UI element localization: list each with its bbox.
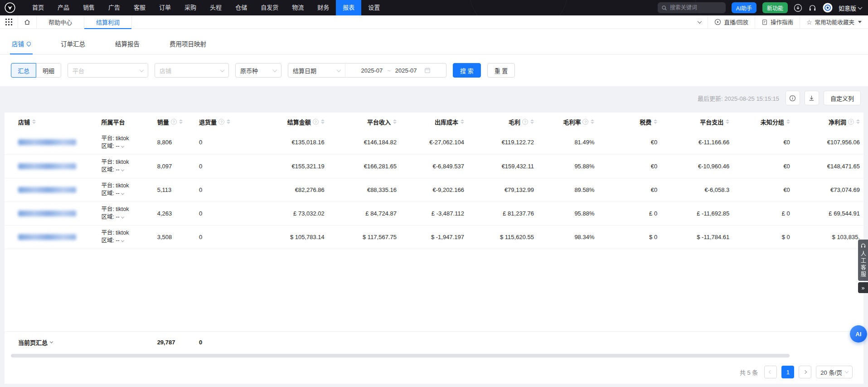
page-size-select[interactable]: 20 条/页: [816, 366, 853, 378]
subtab-3[interactable]: 费用项目映射: [170, 39, 206, 54]
region-line[interactable]: 区域: --: [101, 166, 150, 174]
nav-item-3[interactable]: 广告: [102, 0, 127, 15]
store-name-blurred[interactable]: [18, 163, 76, 169]
column-header-6[interactable]: 出库成本: [400, 113, 468, 131]
currency-select[interactable]: 原币种: [235, 63, 281, 78]
date-range-input[interactable]: 2025-07 ~ 2025-07: [345, 64, 446, 77]
cell-value: €119,122.72: [502, 139, 534, 146]
column-header-11[interactable]: 未知分组: [733, 113, 794, 131]
export-download-button[interactable]: [805, 91, 819, 105]
nav-item-2[interactable]: 销售: [76, 0, 102, 15]
help-icon[interactable]: ?: [522, 119, 528, 125]
nav-item-1[interactable]: 产品: [51, 0, 76, 15]
tabs-collapse-button[interactable]: [692, 15, 708, 29]
sort-icon[interactable]: [461, 119, 464, 124]
version-switcher[interactable]: 如意版: [839, 4, 862, 12]
detail-toggle-button[interactable]: 明细: [36, 63, 61, 78]
customer-service-button[interactable]: 人工客服: [858, 240, 868, 281]
column-header-10[interactable]: 平台支出: [661, 113, 733, 131]
region-line[interactable]: 区域: --: [101, 190, 150, 197]
nav-item-12[interactable]: 报表: [336, 0, 361, 15]
sort-icon[interactable]: [654, 119, 657, 124]
region-line[interactable]: 区域: --: [101, 237, 150, 245]
live-replay-link[interactable]: 直播/回放: [708, 15, 754, 29]
region-line[interactable]: 区域: --: [101, 142, 150, 150]
ai-assistant-button[interactable]: AI助手: [732, 2, 756, 13]
nav-item-9[interactable]: 自发货: [254, 0, 285, 15]
nav-item-11[interactable]: 财务: [310, 0, 336, 15]
help-icon[interactable]: ?: [218, 119, 224, 125]
column-header-4[interactable]: 结算金额?: [249, 113, 328, 131]
tab-help-center[interactable]: 帮助中心: [37, 15, 84, 29]
global-search[interactable]: [658, 2, 726, 13]
reset-button[interactable]: 重 置: [487, 63, 515, 78]
store-name-blurred[interactable]: [18, 139, 76, 145]
service-collapse-button[interactable]: »: [858, 282, 868, 293]
shop-select[interactable]: 店铺: [155, 63, 229, 78]
sort-icon[interactable]: [227, 119, 230, 124]
user-avatar[interactable]: [823, 3, 833, 13]
nav-item-6[interactable]: 采购: [178, 0, 203, 15]
nav-item-7[interactable]: 头程: [203, 0, 228, 15]
ai-fab-button[interactable]: AI: [850, 325, 867, 343]
subtab-2[interactable]: 结算报告: [115, 39, 140, 54]
sort-icon[interactable]: [530, 119, 534, 124]
pin-icon[interactable]: [26, 41, 32, 47]
tab-settlement-profit[interactable]: 结算利润: [84, 15, 132, 29]
nav-item-0[interactable]: 首页: [25, 0, 51, 15]
column-header-9[interactable]: 税费: [598, 113, 661, 131]
column-header-8[interactable]: 毛利率?: [538, 113, 598, 131]
store-name-blurred[interactable]: [18, 211, 76, 216]
subtab-0[interactable]: 店铺: [12, 39, 31, 54]
sort-icon[interactable]: [32, 119, 36, 124]
store-name-blurred[interactable]: [18, 234, 76, 240]
search-button[interactable]: 搜 索: [453, 63, 481, 78]
summary-toggle-button[interactable]: 汇总: [11, 63, 36, 78]
horizontal-scrollbar-thumb[interactable]: [11, 354, 790, 358]
subtab-1[interactable]: 订单汇总: [61, 39, 85, 54]
summary-toggle[interactable]: 当前页汇总: [18, 338, 53, 347]
prev-page-button[interactable]: [764, 366, 777, 378]
help-icon[interactable]: ?: [582, 119, 588, 125]
platform-select[interactable]: 平台: [68, 63, 148, 78]
nav-item-5[interactable]: 订单: [152, 0, 178, 15]
region-line[interactable]: 区域: --: [101, 213, 150, 221]
sort-icon[interactable]: [321, 119, 325, 124]
customize-columns-button[interactable]: 自定义列: [824, 91, 861, 105]
apps-grid-icon[interactable]: [0, 15, 18, 29]
date-type-select[interactable]: 结算日期: [288, 64, 345, 77]
sort-icon[interactable]: [726, 119, 729, 124]
current-page-button[interactable]: 1: [781, 366, 794, 378]
sort-icon[interactable]: [856, 119, 860, 124]
cell: €-6,058.3: [661, 178, 733, 201]
nav-item-4[interactable]: 客服: [127, 0, 152, 15]
search-input[interactable]: [670, 5, 720, 11]
help-icon[interactable]: ?: [313, 119, 319, 125]
nav-item-10[interactable]: 物流: [285, 0, 310, 15]
column-header-1[interactable]: 所属平台: [97, 113, 153, 131]
favorites-menu[interactable]: ☆ 常用功能收藏夹: [800, 15, 868, 29]
sort-icon[interactable]: [179, 119, 183, 124]
download-circle-icon[interactable]: [794, 4, 802, 12]
sort-icon[interactable]: [393, 119, 397, 124]
headset-icon[interactable]: [808, 4, 817, 12]
guide-link[interactable]: 操作指南: [755, 15, 800, 29]
column-header-0[interactable]: 店铺: [5, 113, 97, 131]
new-feature-button[interactable]: 新功能: [762, 2, 788, 13]
store-name-blurred[interactable]: [18, 187, 76, 193]
column-header-3[interactable]: 退货量?: [195, 113, 249, 131]
sort-icon[interactable]: [591, 119, 594, 124]
column-header-5[interactable]: 平台收入: [328, 113, 400, 131]
next-page-button[interactable]: [799, 366, 811, 378]
help-icon[interactable]: ?: [848, 119, 854, 125]
column-header-12[interactable]: 净利润?: [794, 113, 863, 131]
nav-item-8[interactable]: 仓储: [228, 0, 254, 15]
help-icon[interactable]: ?: [171, 119, 177, 125]
info-button[interactable]: [786, 91, 800, 105]
home-icon[interactable]: [18, 15, 37, 29]
sort-icon[interactable]: [786, 119, 790, 124]
nav-item-13[interactable]: 设置: [361, 0, 387, 15]
column-header-2[interactable]: 销量?: [154, 113, 195, 131]
column-header-7[interactable]: 毛利?: [468, 113, 538, 131]
app-logo-icon[interactable]: [5, 2, 15, 13]
